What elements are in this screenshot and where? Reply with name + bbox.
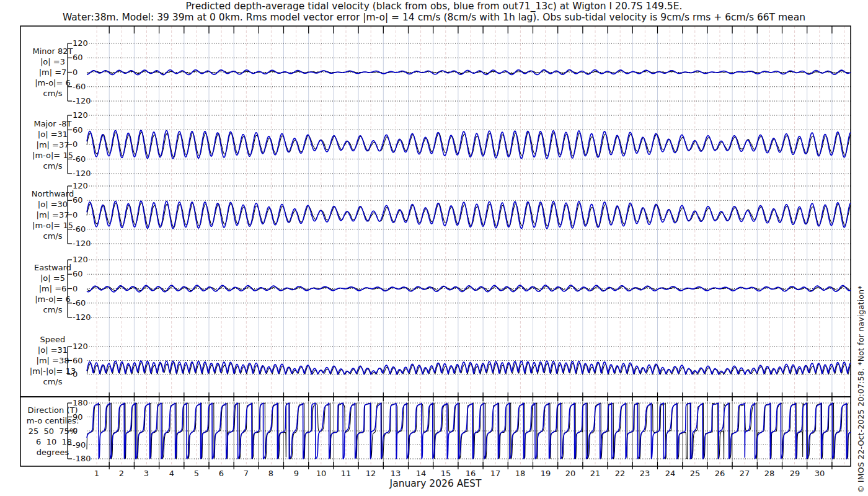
y-tick-label: -120 [73, 169, 91, 179]
x-day-label: 2 [110, 469, 133, 478]
x-day-label: 13 [384, 469, 407, 478]
y-tick-label: 180 [73, 398, 88, 408]
y-tick-label: 90 [73, 412, 83, 422]
x-day-label: 12 [360, 469, 382, 478]
x-day-label: 29 [784, 469, 806, 478]
tidal-prediction-figure: { "title": { "line1": "Predicted depth-a… [0, 0, 868, 496]
y-tick-label: 60 [73, 356, 83, 366]
y-tick-label: 120 [73, 342, 88, 352]
y-tick-label: -180 [73, 454, 91, 464]
x-day-label: 14 [410, 469, 432, 478]
x-day-label: 5 [185, 469, 208, 478]
x-day-label: 28 [758, 469, 781, 478]
y-tick-label: -60 [73, 224, 86, 234]
y-tick-label: 120 [73, 181, 88, 191]
x-day-label: 27 [733, 469, 756, 478]
y-tick-label: -90 [73, 440, 86, 450]
x-day-label: 20 [559, 469, 582, 478]
y-tick-label: -60 [73, 82, 86, 92]
x-day-label: 24 [659, 469, 681, 478]
x-day-label: 4 [161, 469, 183, 478]
x-day-label: 8 [260, 469, 282, 478]
tidal-plot-canvas [0, 0, 868, 496]
x-axis-label: January 2026 AEST [20, 478, 851, 489]
x-day-label: 1 [86, 469, 108, 478]
x-day-label: 9 [285, 469, 308, 478]
y-tick-label: 0 [73, 68, 78, 78]
x-day-label: 18 [509, 469, 531, 478]
x-day-label: 19 [534, 469, 557, 478]
y-tick-label: 0 [73, 210, 78, 220]
y-tick-label: 0 [73, 140, 78, 149]
x-day-label: 11 [335, 469, 357, 478]
x-day-label: 22 [609, 469, 631, 478]
y-tick-label: -120 [73, 312, 91, 322]
y-tick-label: 120 [73, 110, 88, 120]
y-tick-label: 60 [73, 269, 83, 279]
y-tick-label: 0 [73, 284, 78, 294]
y-tick-label: 0 [73, 426, 78, 436]
x-day-label: 25 [684, 469, 706, 478]
series-layer [87, 70, 851, 459]
y-tick-label: 60 [73, 125, 83, 135]
x-day-label: 23 [634, 469, 656, 478]
y-tick-label: -120 [73, 239, 91, 249]
x-day-label: 16 [459, 469, 482, 478]
grid-layer [87, 26, 851, 466]
x-day-label: 30 [808, 469, 831, 478]
y-tick-label: 0 [73, 370, 78, 379]
y-tick-label: -60 [73, 298, 86, 308]
y-tick-label: 120 [73, 255, 88, 265]
x-day-label: 3 [135, 469, 157, 478]
imos-watermark: © IMOS 22-Oct-2025 20:07:58. *Not for na… [856, 285, 866, 493]
x-day-label: 10 [310, 469, 332, 478]
y-tick-label: 120 [73, 38, 88, 48]
y-tick-label: -60 [73, 154, 86, 164]
x-day-label: 6 [210, 469, 232, 478]
x-day-label: 26 [709, 469, 731, 478]
x-day-label: 21 [584, 469, 606, 478]
y-tick-label: 60 [73, 53, 83, 63]
x-day-label: 7 [235, 469, 257, 478]
x-day-label: 17 [484, 469, 507, 478]
y-tick-label: 60 [73, 195, 83, 205]
y-tick-label: -120 [73, 96, 91, 106]
x-day-label: 15 [435, 469, 457, 478]
